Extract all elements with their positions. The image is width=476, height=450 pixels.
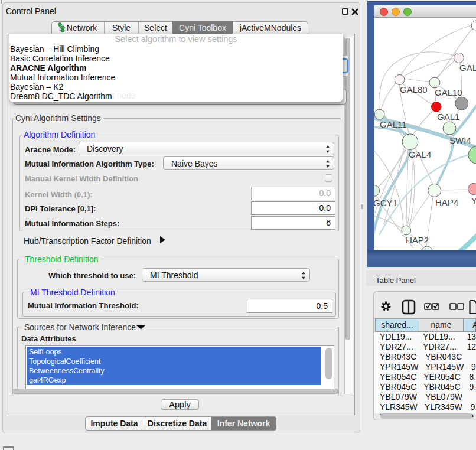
svg-text:HAP2: HAP2 (406, 235, 429, 245)
svg-text:GAL4: GAL4 (409, 149, 431, 159)
svg-text:GAL11: GAL11 (380, 119, 407, 129)
svg-text:Y: Y (471, 195, 476, 206)
svg-text:GAL80: GAL80 (400, 84, 428, 94)
svg-text:GAL1: GAL1 (437, 112, 459, 122)
svg-text:SWI4: SWI4 (449, 135, 471, 145)
svg-text:HAP4: HAP4 (435, 197, 458, 207)
svg-text:GCY1: GCY1 (374, 198, 397, 208)
svg-text:GAL10: GAL10 (435, 87, 462, 97)
svg-text:GAL: GAL (459, 63, 476, 73)
